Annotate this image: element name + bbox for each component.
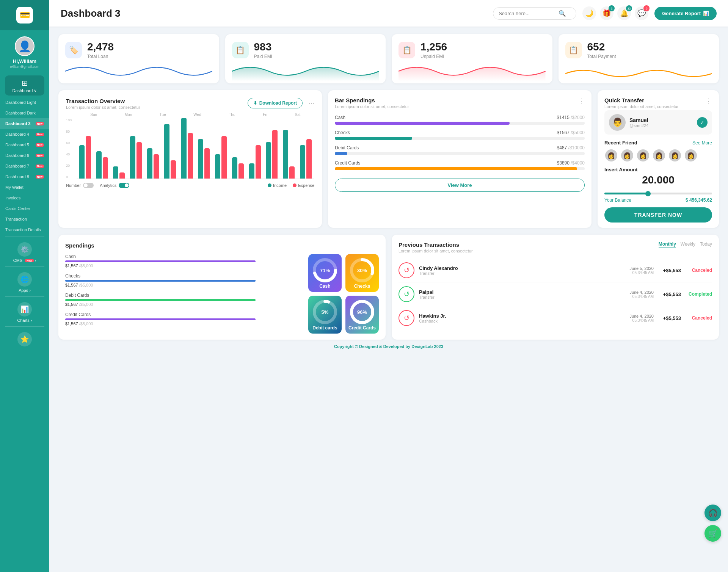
credit-bar bbox=[65, 318, 256, 320]
expense-legend: Expense bbox=[293, 183, 314, 188]
sidebar-item-dashboard-6[interactable]: Dashboard 6 New bbox=[0, 150, 49, 161]
generate-report-button[interactable]: Generate Report 📊 bbox=[654, 7, 717, 20]
see-more-link[interactable]: See More bbox=[692, 140, 712, 146]
bar-spendings-more-icon[interactable]: ⋮ bbox=[578, 97, 585, 105]
sidebar-item-transaction[interactable]: Transaction bbox=[0, 214, 49, 224]
y-40: 40 bbox=[66, 152, 72, 156]
donut-cash-svg: 71% bbox=[312, 257, 338, 285]
sidebar-item-dashboard-dark[interactable]: Dashboard Dark bbox=[0, 108, 49, 118]
sidebar-item-transaction-details[interactable]: Transaction Details bbox=[0, 224, 49, 235]
dashboard-nav-button[interactable]: ⊞ Dashboard ∨ bbox=[5, 75, 44, 96]
donut-credit-svg: 96% bbox=[349, 299, 375, 327]
credit-cards-progress-fill bbox=[335, 167, 577, 170]
number-label: Number bbox=[66, 183, 81, 188]
search-icon: 🔍 bbox=[559, 10, 566, 17]
sidebar-charts-btn[interactable]: 📊 Charts › bbox=[0, 298, 49, 325]
checks-label: Checks bbox=[335, 130, 350, 135]
tx-type-1: Transfer bbox=[419, 271, 458, 276]
tab-monthly[interactable]: Monthly bbox=[659, 241, 676, 248]
sidebar-item-dashboard-7[interactable]: Dashboard 7 New bbox=[0, 161, 49, 171]
bottom-row: Spendings Cash $1,567 /$5,000 Checks $1,… bbox=[58, 235, 719, 340]
sidebar-item-invoices[interactable]: Invoices bbox=[0, 193, 49, 203]
sidebar-item-dashboard-8[interactable]: Dashboard 8 New bbox=[0, 171, 49, 182]
search-input[interactable] bbox=[499, 11, 555, 16]
friend-avatar-5[interactable]: 👩 bbox=[668, 149, 682, 162]
prev-tabs: Monthly Weekly Today bbox=[659, 241, 712, 248]
sidebar-item-dashboard-light[interactable]: Dashboard Light bbox=[0, 97, 49, 108]
fab-headset[interactable]: 🎧 bbox=[704, 505, 721, 521]
generate-report-label: Generate Report bbox=[662, 11, 701, 16]
debit-bar bbox=[65, 299, 256, 301]
search-box[interactable]: 🔍 bbox=[493, 7, 576, 20]
total-payment-label: Total Payment bbox=[587, 54, 616, 59]
qt-user-name: Samuel bbox=[629, 117, 648, 123]
sidebar-item-dashboard-4[interactable]: Dashboard 4 New bbox=[0, 129, 49, 139]
friend-avatar-6[interactable]: 👩 bbox=[684, 149, 698, 162]
bar-group-13 bbox=[300, 139, 312, 179]
fab-container: 🎧 🛒 bbox=[704, 505, 721, 542]
sidebar-item-dashboard-3[interactable]: Dashboard 3 New bbox=[0, 118, 49, 129]
day-sat: Sat bbox=[295, 113, 301, 117]
spendings-donut-grid: 71% Cash 30% bbox=[308, 254, 379, 334]
debit-amounts: $1,567 /$5,000 bbox=[65, 302, 303, 307]
transfer-now-button[interactable]: TRANSFER NOW bbox=[604, 207, 712, 223]
friend-avatar-4[interactable]: 👩 bbox=[652, 149, 666, 162]
moon-icon-btn[interactable]: 🌙 bbox=[582, 6, 596, 20]
transactions-list: ↺ Cindy Alexandro Transfer June 5, 2020 … bbox=[399, 259, 712, 330]
bar-teal-7 bbox=[198, 139, 203, 179]
y-60: 60 bbox=[66, 141, 72, 145]
gift-badge: 2 bbox=[609, 5, 615, 11]
tx-info-1: Cindy Alexandro Transfer bbox=[419, 265, 458, 276]
donut-checks: 30% Checks bbox=[345, 254, 379, 292]
sidebar-item-dashboard-5[interactable]: Dashboard 5 New bbox=[0, 139, 49, 150]
fab-cart[interactable]: 🛒 bbox=[704, 525, 721, 542]
prev-subtitle: Lorem ipsum dolor sit amet, consectetur bbox=[399, 249, 473, 253]
bar-red-13 bbox=[306, 139, 312, 179]
tx-icon-1: ↺ bbox=[399, 262, 414, 278]
sidebar-item-my-wallet[interactable]: My Wallet bbox=[0, 182, 49, 193]
bar-teal-11 bbox=[266, 142, 271, 179]
footer-text: Copyright © Designed & Developed by bbox=[334, 344, 410, 349]
badge-new-4: New bbox=[36, 133, 44, 136]
download-report-label: Download Report bbox=[259, 100, 297, 106]
prev-title: Previous Transactions bbox=[399, 241, 473, 248]
content-area: 🏷️ 2,478 Total Loan 📋 983 bbox=[49, 27, 728, 572]
message-icon-btn[interactable]: 💬 5 bbox=[635, 6, 648, 20]
number-toggle-pill[interactable] bbox=[83, 183, 94, 188]
total-loan-label: Total Loan bbox=[87, 54, 114, 59]
spending-item-debit-label: Debit Cards bbox=[65, 293, 303, 298]
income-dot bbox=[268, 183, 271, 187]
tx-name-2: Paipal bbox=[419, 289, 435, 295]
paid-emi-label: Paid EMI bbox=[254, 54, 273, 59]
tab-today[interactable]: Today bbox=[700, 241, 712, 248]
bar-red-3 bbox=[136, 142, 142, 179]
sidebar-item-cards-center[interactable]: Cards Center bbox=[0, 203, 49, 214]
sidebar-cms-btn[interactable]: ⚙️ CMS New › bbox=[0, 238, 49, 265]
bar-spendings-card: Bar Spendings Lorem ipsum dolor sit amet… bbox=[328, 90, 592, 228]
friend-avatar-3[interactable]: 👩 bbox=[636, 149, 650, 162]
transaction-more-icon[interactable]: ··· bbox=[309, 99, 314, 107]
bar-red-11 bbox=[272, 130, 278, 179]
quick-transfer-user[interactable]: 👨 Samuel @sam224 ✓ bbox=[604, 110, 712, 135]
spending-item-checks: Checks $1,567 /$5,000 bbox=[65, 273, 303, 287]
wave-1 bbox=[65, 61, 212, 81]
view-more-button[interactable]: View More bbox=[335, 179, 585, 192]
donut-credit: 96% Credit Cards bbox=[345, 296, 379, 334]
tab-weekly[interactable]: Weekly bbox=[681, 241, 695, 248]
analytics-toggle-pill[interactable] bbox=[119, 183, 129, 188]
quick-transfer-more-icon[interactable]: ⋮ bbox=[705, 97, 712, 105]
download-report-button[interactable]: ⬇ Download Report bbox=[248, 98, 303, 108]
svg-text:96%: 96% bbox=[357, 309, 367, 315]
footer-year: 2023 bbox=[434, 344, 443, 349]
sidebar-apps-btn[interactable]: 🌐 Apps › bbox=[0, 268, 49, 295]
sidebar-favorites-btn[interactable]: ⭐ bbox=[0, 328, 49, 349]
unpaid-emi-icon: 📋 bbox=[399, 42, 415, 58]
gift-icon-btn[interactable]: 🎁 2 bbox=[600, 6, 613, 20]
bar-red-2 bbox=[119, 172, 125, 179]
friend-avatar-1[interactable]: 👩 bbox=[604, 149, 618, 162]
bell-icon-btn[interactable]: 🔔 12 bbox=[617, 6, 631, 20]
friend-avatar-2[interactable]: 👩 bbox=[620, 149, 634, 162]
y-80: 80 bbox=[66, 130, 72, 133]
cms-label: CMS New › bbox=[13, 258, 36, 263]
amount-slider[interactable] bbox=[604, 193, 712, 194]
